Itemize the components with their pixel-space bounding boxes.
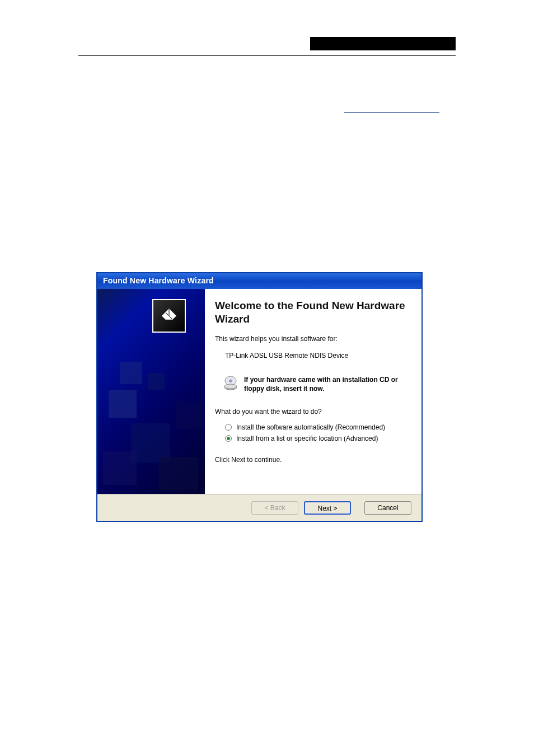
radio-option-advanced[interactable]: Install from a list or specific location…: [225, 435, 409, 442]
next-button[interactable]: Next >: [304, 501, 351, 515]
continue-text: Click Next to continue.: [215, 456, 409, 464]
page-header: [78, 39, 456, 56]
svg-rect-1: [109, 390, 137, 418]
hardware-icon: [152, 299, 186, 333]
svg-rect-3: [131, 423, 170, 463]
radio-option-auto[interactable]: Install the software automatically (Reco…: [225, 423, 409, 431]
radio-icon: [225, 424, 232, 431]
cancel-button[interactable]: Cancel: [364, 501, 411, 515]
welcome-title: Welcome to the Found New Hardware Wizard: [215, 299, 409, 326]
radio-label-auto: Install the software automatically (Reco…: [236, 423, 385, 431]
radio-label-advanced: Install from a list or specific location…: [236, 435, 378, 442]
help-text: This wizard helps you install software f…: [215, 335, 409, 343]
back-button: < Back: [251, 501, 298, 515]
dialog-title: Found New Hardware Wizard: [103, 276, 214, 285]
svg-rect-5: [159, 457, 198, 491]
sidebar-background-art: [97, 289, 205, 494]
cd-hint-text: If your hardware came with an installati…: [244, 375, 409, 393]
wizard-content: Welcome to the Found New Hardware Wizard…: [205, 289, 421, 494]
intro-underline: [344, 112, 439, 113]
svg-point-8: [229, 380, 232, 382]
cd-hint-row: If your hardware came with an installati…: [223, 375, 409, 393]
button-bar: < Back Next > Cancel: [97, 494, 421, 521]
svg-rect-6: [176, 401, 204, 429]
svg-rect-4: [103, 451, 137, 485]
found-new-hardware-wizard-dialog: Found New Hardware Wizard Welcome to the…: [96, 272, 423, 522]
dialog-titlebar: Found New Hardware Wizard: [97, 273, 421, 289]
radio-icon-checked: [225, 435, 232, 442]
dialog-body: Welcome to the Found New Hardware Wizard…: [97, 289, 421, 494]
wizard-prompt: What do you want the wizard to do?: [215, 408, 409, 416]
header-black-badge: [310, 37, 456, 50]
svg-rect-0: [120, 362, 142, 384]
cd-icon: [223, 375, 238, 391]
wizard-sidebar-graphic: [97, 289, 205, 494]
svg-rect-2: [148, 373, 165, 390]
device-name: TP-Link ADSL USB Remote NDIS Device: [225, 352, 409, 360]
svg-point-10: [224, 384, 237, 389]
